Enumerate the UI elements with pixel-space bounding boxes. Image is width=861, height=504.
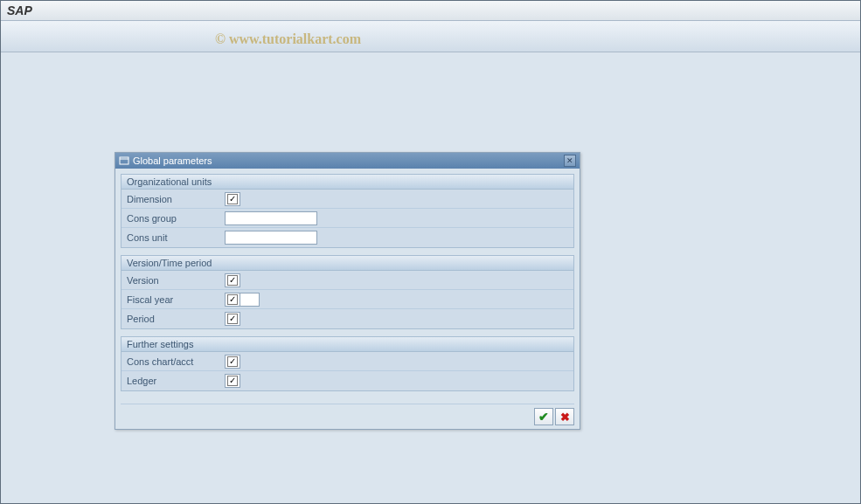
version-checkbox[interactable]: ✓ bbox=[225, 273, 240, 287]
label-version: Version bbox=[122, 275, 225, 286]
ribbon-bar bbox=[0, 21, 861, 52]
label-period: Period bbox=[122, 314, 225, 324]
check-icon: ✓ bbox=[227, 294, 238, 305]
dialog-title-bar: Global parameters ✕ bbox=[115, 153, 580, 169]
app-title: SAP bbox=[7, 3, 32, 17]
fiscal-year-checkbox[interactable]: ✓ bbox=[225, 293, 240, 307]
label-cons-chart: Cons chart/acct bbox=[122, 356, 225, 367]
group-organizational-units: Organizational units Dimension ✓ Cons gr… bbox=[121, 174, 574, 248]
top-bar: SAP bbox=[0, 0, 861, 21]
check-icon: ✓ bbox=[227, 275, 238, 286]
group-header-version: Version/Time period bbox=[122, 256, 573, 271]
close-button[interactable]: ✕ bbox=[564, 155, 576, 167]
close-icon: ✕ bbox=[566, 156, 573, 165]
row-dimension: Dimension ✓ bbox=[122, 190, 573, 209]
row-cons-group: Cons group bbox=[122, 209, 573, 228]
dimension-checkbox[interactable]: ✓ bbox=[225, 192, 240, 206]
group-version-time: Version/Time period Version ✓ Fiscal yea… bbox=[121, 255, 574, 329]
label-ledger: Ledger bbox=[122, 376, 225, 386]
ledger-checkbox[interactable]: ✓ bbox=[225, 374, 240, 388]
check-icon: ✓ bbox=[227, 314, 238, 324]
dialog-footer: ✔ ✖ bbox=[115, 406, 580, 429]
row-version: Version ✓ bbox=[122, 271, 573, 290]
row-period: Period ✓ bbox=[122, 309, 573, 328]
period-checkbox[interactable]: ✓ bbox=[225, 312, 240, 326]
global-parameters-dialog: Global parameters ✕ Organizational units… bbox=[115, 152, 580, 430]
row-fiscal-year: Fiscal year ✓ bbox=[122, 290, 573, 309]
check-icon: ✓ bbox=[227, 356, 238, 367]
row-ledger: Ledger ✓ bbox=[122, 371, 573, 390]
cons-group-input[interactable] bbox=[225, 211, 317, 225]
label-fiscal-year: Fiscal year bbox=[122, 294, 225, 305]
label-cons-unit: Cons unit bbox=[122, 232, 225, 243]
label-cons-group: Cons group bbox=[122, 213, 225, 224]
cons-chart-checkbox[interactable]: ✓ bbox=[225, 355, 240, 369]
svg-rect-0 bbox=[120, 157, 128, 164]
cancel-button[interactable]: ✖ bbox=[555, 408, 574, 425]
row-cons-chart: Cons chart/acct ✓ bbox=[122, 352, 573, 371]
check-icon: ✔ bbox=[538, 410, 549, 424]
group-further-settings: Further settings Cons chart/acct ✓ Ledge… bbox=[121, 336, 574, 391]
dialog-body: Organizational units Dimension ✓ Cons gr… bbox=[115, 169, 580, 404]
group-header-further: Further settings bbox=[122, 337, 573, 352]
check-icon: ✓ bbox=[227, 376, 238, 386]
ok-button[interactable]: ✔ bbox=[534, 408, 553, 425]
group-header-org: Organizational units bbox=[122, 175, 573, 190]
dialog-title: Global parameters bbox=[133, 155, 564, 166]
fiscal-year-extra-field[interactable] bbox=[240, 293, 260, 307]
row-cons-unit: Cons unit bbox=[122, 228, 573, 247]
label-dimension: Dimension bbox=[122, 194, 225, 204]
dialog-icon bbox=[119, 155, 129, 166]
check-icon: ✓ bbox=[227, 194, 238, 204]
cancel-icon: ✖ bbox=[560, 411, 570, 424]
cons-unit-input[interactable] bbox=[225, 231, 317, 245]
